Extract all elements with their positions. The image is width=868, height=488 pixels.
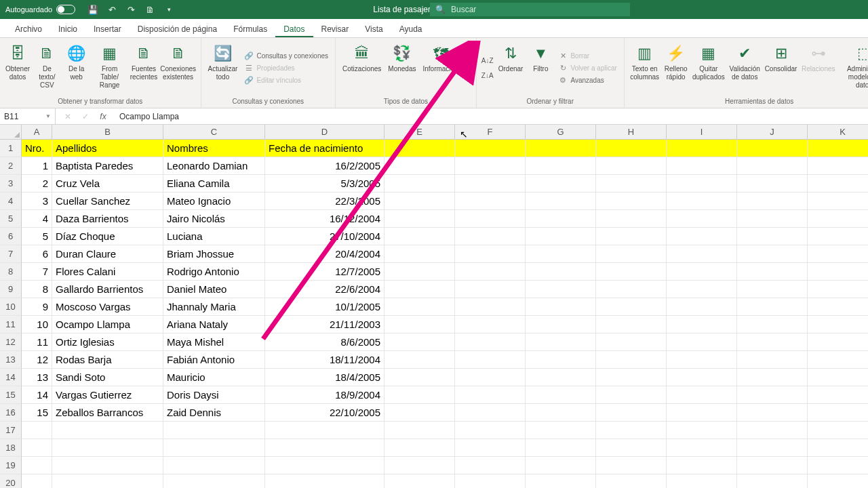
cell[interactable]: Doris Daysi bbox=[163, 386, 265, 404]
cell[interactable] bbox=[163, 457, 265, 474]
cell[interactable] bbox=[52, 457, 163, 474]
row-header-4[interactable]: 4 bbox=[0, 192, 22, 210]
tab-f-rmulas[interactable]: Fórmulas bbox=[225, 20, 275, 37]
cell[interactable]: 9 bbox=[22, 298, 52, 316]
cell[interactable] bbox=[526, 175, 596, 192]
cell[interactable] bbox=[596, 281, 667, 298]
cell[interactable] bbox=[737, 316, 808, 333]
accept-formula-icon[interactable]: ✓ bbox=[80, 112, 91, 121]
cell[interactable]: 12/7/2005 bbox=[265, 263, 384, 281]
cell[interactable] bbox=[52, 422, 163, 439]
cell[interactable] bbox=[667, 192, 737, 210]
cell[interactable] bbox=[455, 474, 526, 488]
cell[interactable]: 15 bbox=[22, 404, 52, 422]
cell[interactable] bbox=[455, 175, 526, 192]
cell[interactable] bbox=[22, 439, 52, 457]
cell[interactable] bbox=[808, 333, 868, 351]
cell[interactable] bbox=[526, 439, 596, 457]
from-web-button[interactable]: 🌐De la web bbox=[63, 39, 90, 97]
cell[interactable]: 13 bbox=[22, 369, 52, 386]
cell[interactable]: 7 bbox=[22, 263, 52, 281]
redo-icon[interactable]: ↷ bbox=[125, 4, 136, 15]
col-header-E[interactable]: E bbox=[384, 125, 455, 140]
row-header-20[interactable]: 20 bbox=[0, 474, 22, 488]
stocks-button[interactable]: 🏛Cotizaciones bbox=[340, 39, 384, 97]
cell[interactable] bbox=[455, 192, 526, 210]
cell[interactable]: Maya Mishel bbox=[163, 333, 265, 351]
filter-button[interactable]: ▼Filtro bbox=[527, 39, 554, 97]
cell[interactable] bbox=[265, 474, 384, 488]
cell[interactable] bbox=[526, 192, 596, 210]
advanced-filter-button[interactable]: ⚙Avanzadas bbox=[555, 75, 619, 87]
cell[interactable] bbox=[667, 369, 737, 386]
cell[interactable] bbox=[737, 474, 808, 488]
cell[interactable] bbox=[667, 316, 737, 333]
cell[interactable] bbox=[808, 351, 868, 369]
row-header-5[interactable]: 5 bbox=[0, 210, 22, 228]
cell[interactable]: Cruz Vela bbox=[52, 175, 163, 192]
cell[interactable] bbox=[667, 386, 737, 404]
cell[interactable] bbox=[808, 298, 868, 316]
cell[interactable] bbox=[455, 140, 526, 157]
cell[interactable] bbox=[22, 422, 52, 439]
cell[interactable] bbox=[265, 422, 384, 439]
cell[interactable] bbox=[384, 474, 455, 488]
cell[interactable] bbox=[455, 245, 526, 263]
cell[interactable]: Flores Calani bbox=[52, 263, 163, 281]
cell[interactable]: 21/11/2003 bbox=[265, 316, 384, 333]
cell[interactable] bbox=[667, 210, 737, 228]
cell[interactable]: Rodrigo Antonio bbox=[163, 263, 265, 281]
cell[interactable] bbox=[52, 439, 163, 457]
cell[interactable]: Daniel Mateo bbox=[163, 281, 265, 298]
col-header-K[interactable]: K bbox=[808, 125, 868, 140]
cell[interactable]: Ariana Nataly bbox=[163, 316, 265, 333]
cell[interactable] bbox=[808, 245, 868, 263]
col-header-D[interactable]: D bbox=[265, 125, 384, 140]
cell[interactable] bbox=[667, 175, 737, 192]
cell[interactable] bbox=[596, 386, 667, 404]
cell[interactable] bbox=[455, 157, 526, 175]
cell[interactable] bbox=[22, 474, 52, 488]
data-validation-button[interactable]: ✔Validación de datos bbox=[728, 39, 762, 97]
name-box[interactable]: B11 ▼ bbox=[0, 108, 56, 124]
row-header-11[interactable]: 11 bbox=[0, 316, 22, 333]
cell[interactable] bbox=[737, 245, 808, 263]
cell[interactable] bbox=[52, 474, 163, 488]
cell[interactable]: Briam Jhossue bbox=[163, 245, 265, 263]
cell[interactable]: Leonardo Damian bbox=[163, 157, 265, 175]
cell[interactable]: Cuellar Sanchez bbox=[52, 192, 163, 210]
cell[interactable] bbox=[455, 386, 526, 404]
cell[interactable] bbox=[384, 404, 455, 422]
row-header-14[interactable]: 14 bbox=[0, 369, 22, 386]
cell[interactable]: 2 bbox=[22, 175, 52, 192]
autosave-toggle[interactable]: Autoguardado bbox=[0, 5, 81, 14]
flash-fill-button[interactable]: ⚡Relleno rápido bbox=[663, 39, 690, 97]
cell[interactable]: 4 bbox=[22, 210, 52, 228]
cell[interactable] bbox=[455, 333, 526, 351]
cell[interactable] bbox=[737, 439, 808, 457]
col-header-H[interactable]: H bbox=[596, 125, 667, 140]
save-icon[interactable]: 💾 bbox=[87, 4, 98, 15]
cell[interactable]: Zaid Dennis bbox=[163, 404, 265, 422]
cell[interactable] bbox=[596, 192, 667, 210]
recent-sources-button[interactable]: 🗎Fuentes recientes bbox=[129, 39, 158, 97]
cell[interactable]: Daza Barrientos bbox=[52, 210, 163, 228]
cell[interactable] bbox=[455, 404, 526, 422]
from-csv-button[interactable]: 🗎De texto/ CSV bbox=[33, 39, 62, 97]
cell[interactable] bbox=[265, 457, 384, 474]
row-header-3[interactable]: 3 bbox=[0, 175, 22, 192]
row-header-2[interactable]: 2 bbox=[0, 157, 22, 175]
cell[interactable] bbox=[596, 298, 667, 316]
cell[interactable] bbox=[808, 175, 868, 192]
cell[interactable] bbox=[384, 210, 455, 228]
remove-duplicates-button[interactable]: ▦Quitar duplicados bbox=[691, 39, 726, 97]
cell[interactable] bbox=[455, 439, 526, 457]
cell[interactable]: Luciana bbox=[163, 228, 265, 245]
cell[interactable] bbox=[596, 228, 667, 245]
cell[interactable] bbox=[526, 474, 596, 488]
cell[interactable] bbox=[808, 457, 868, 474]
cell[interactable] bbox=[737, 333, 808, 351]
cell[interactable] bbox=[526, 369, 596, 386]
cell[interactable]: 20/4/2004 bbox=[265, 245, 384, 263]
cell[interactable]: 16/12/2004 bbox=[265, 210, 384, 228]
